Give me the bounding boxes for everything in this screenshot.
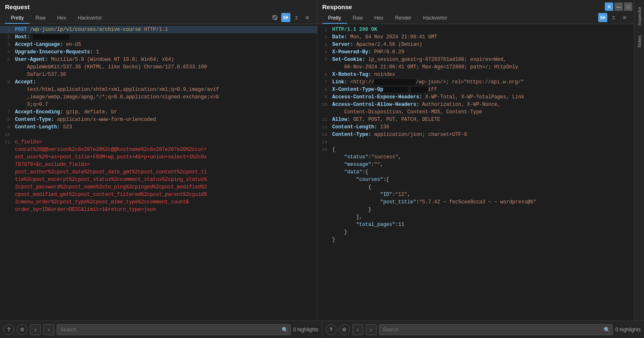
table-row: 3 Server: Apache/2.4.56 (Debian) [317, 41, 634, 48]
table-row: "ID":"12", [317, 191, 634, 198]
response-title: Response [322, 3, 629, 13]
table-row: 8 X-Content-Type-Op iff [317, 86, 634, 93]
request-header: Request Pretty Raw Hex Hackvertor [0, 0, 317, 24]
indent-btn-req[interactable]: ⌶ [292, 13, 301, 22]
table-row: 10 [0, 131, 317, 138]
request-content[interactable]: 1 POST /wp-json/lp/v1/courses/archive-co… [0, 24, 317, 320]
table-row: 6 X-Robots-Tag: noindex [317, 71, 634, 78]
highlights-badge-resp: 0 highlights [615, 327, 641, 333]
search-submit-req[interactable]: 🔍 [281, 325, 289, 333]
highlights-badge-req: 0 highlights [293, 327, 319, 333]
table-row: 7 Link: <http:// /wp-json/>; rel="https:… [317, 78, 634, 86]
table-row: } [317, 206, 634, 213]
table-row: 11 Allow: GET, POST, PUT, PATCH, DELETE [317, 116, 634, 123]
tab-pretty-req[interactable]: Pretty [5, 13, 30, 24]
forward-btn-req[interactable]: › [43, 324, 54, 335]
table-row: "post_title":"5.7.42 ~ fec5cee0cca3 ~ ~ … [317, 198, 634, 206]
table-row: 5 Set-Cookie: lp_session_guest=g-6729376… [317, 56, 634, 71]
search-submit-resp[interactable]: 🔍 [603, 325, 611, 333]
maximize-button[interactable]: □ [624, 3, 632, 11]
tab-hackvertor-req[interactable]: Hackvertor [72, 13, 108, 24]
menu-btn-resp[interactable]: ≡ [620, 13, 629, 22]
search-wrapper-resp: 🔍 [379, 324, 613, 335]
table-row: 13 Content-Type: application/json; chars… [317, 131, 634, 138]
table-row: ], [317, 213, 634, 221]
tab-pretty-resp[interactable]: Pretty [322, 13, 347, 24]
request-title: Request [5, 3, 312, 13]
search-input-resp[interactable] [379, 324, 613, 335]
table-row: 7 Accept-Encoding: gzip, deflate, br [0, 108, 317, 116]
response-tab-bar: Pretty Raw Hex Render Hackvertor [322, 13, 629, 24]
table-row: "message":"", [317, 161, 634, 168]
response-header: Response Pretty Raw Hex Render Hackverto… [317, 0, 634, 24]
settings-btn-resp[interactable]: ⚙ [339, 324, 350, 335]
help-btn-req[interactable]: ? [3, 324, 14, 335]
request-code: 1 POST /wp-json/lp/v1/courses/archive-co… [0, 26, 317, 213]
back-btn-req[interactable]: ‹ [30, 324, 41, 335]
table-row: 4 Upgrade-Insecure-Requests: 1 [0, 48, 317, 56]
table-row: 11 c_fields= concat%28@@version%2c0x207e… [0, 138, 317, 213]
table-row: 10 Access-Control-Allow-Headers: Authori… [317, 101, 634, 116]
tab-hackvertor-resp[interactable]: Hackvertor [417, 13, 453, 24]
response-panel: Response Pretty Raw Hex Render Hackverto… [317, 0, 634, 320]
settings-btn-req[interactable]: ⚙ [17, 324, 27, 335]
pause-button[interactable]: ⏸ [605, 3, 613, 11]
table-row: 1 HTTP/1.1 200 OK [317, 26, 634, 33]
table-row: "courses":[ [317, 176, 634, 183]
search-input-req[interactable] [57, 324, 291, 335]
tab-hex-resp[interactable]: Hex [369, 13, 389, 24]
tab-raw-req[interactable]: Raw [30, 13, 51, 24]
table-row: "status":"success", [317, 153, 634, 161]
table-row: } [317, 228, 634, 236]
table-row: 9 Access-Control-Expose-Headers: X-WP-To… [317, 93, 634, 101]
no-intercept-btn-req[interactable] [270, 13, 280, 22]
send-to-btn-resp[interactable] [598, 13, 607, 22]
bottom-bar: ? ⚙ ‹ › 🔍 0 highlights ? ⚙ ‹ › 🔍 0 highl… [0, 320, 644, 338]
indent-btn-resp[interactable]: ⌶ [609, 13, 618, 22]
forward-btn-resp[interactable]: › [366, 324, 377, 335]
side-tab-notes[interactable]: Notes [635, 30, 644, 53]
table-row: } [317, 236, 634, 243]
response-code: 1 HTTP/1.1 200 OK 2 Date: Mon, 04 Nov 20… [317, 26, 634, 243]
request-tab-bar: Pretty Raw Hex Hackvertor [5, 13, 312, 24]
back-btn-resp[interactable]: ‹ [352, 324, 363, 335]
table-row: "data":{ [317, 168, 634, 176]
help-btn-resp[interactable]: ? [326, 324, 337, 335]
table-row: 1 POST /wp-json/lp/v1/courses/archive-co… [0, 26, 317, 33]
search-wrapper-req: 🔍 [57, 324, 291, 335]
table-row: 6 Accept: text/html,application/xhtml+xm… [0, 78, 317, 108]
table-row: { [317, 183, 634, 191]
response-bottom: ? ⚙ ‹ › 🔍 0 highlights [322, 321, 644, 338]
table-row: 14 [317, 138, 634, 146]
side-panel: Inspector Notes [634, 0, 644, 320]
table-row: 8 Content-Type: application/x-www-form-u… [0, 116, 317, 123]
table-row: 4 X-Powered-By: PHP/8.0.29 [317, 48, 634, 56]
response-content[interactable]: 1 HTTP/1.1 200 OK 2 Date: Mon, 04 Nov 20… [317, 24, 634, 320]
tab-hex-req[interactable]: Hex [51, 13, 72, 24]
table-row: 12 Content-Length: 136 [317, 123, 634, 131]
table-row: 5 User-Agent: Mozilla/5.0 (Windows NT 10… [0, 56, 317, 78]
side-tab-inspector[interactable]: Inspector [635, 2, 644, 30]
table-row: 3 Accept-Language: en-US [0, 41, 317, 48]
tab-raw-resp[interactable]: Raw [347, 13, 369, 24]
request-bottom: ? ⚙ ‹ › 🔍 0 highlights [0, 321, 322, 338]
table-row: 2 Date: Mon, 04 Nov 2024 21:06:41 GMT [317, 33, 634, 41]
menu-btn-req[interactable]: ≡ [303, 13, 312, 22]
table-row: 9 Content-Length: 523 [0, 123, 317, 131]
table-row: 15 { [317, 146, 634, 153]
tab-render-resp[interactable]: Render [389, 13, 417, 24]
table-row: 2 Host: [0, 33, 317, 41]
request-panel: Request Pretty Raw Hex Hackvertor [0, 0, 317, 320]
minimize-button[interactable]: — [614, 3, 623, 11]
send-to-btn-req[interactable] [281, 13, 290, 22]
table-row: "total_pages":11 [317, 221, 634, 228]
